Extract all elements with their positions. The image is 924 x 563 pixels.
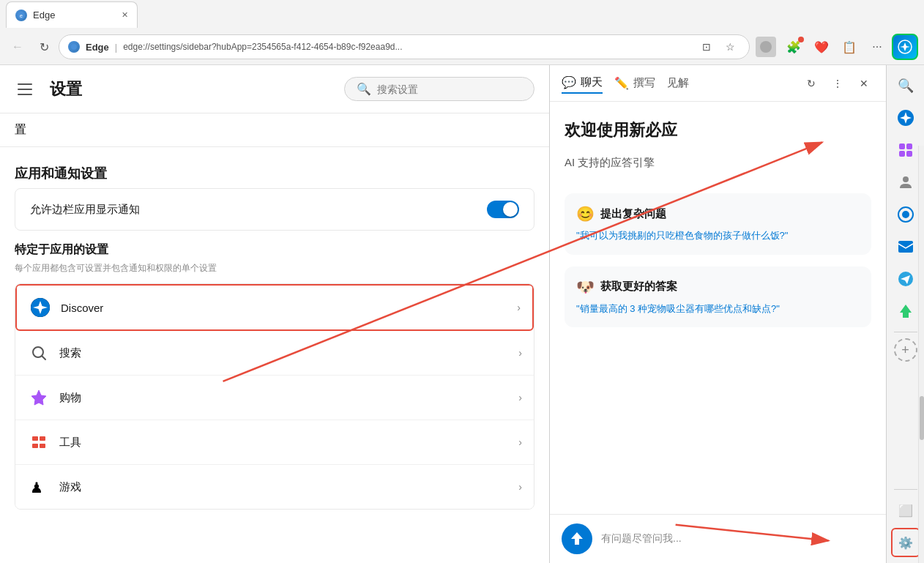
split-tab-button[interactable]: ⊡ (696, 37, 717, 57)
search-box[interactable]: 🔍 (344, 77, 534, 101)
bing-input-placeholder: 有问题尽管问我... (601, 532, 682, 545)
address-bar[interactable]: Edge | edge://settings/sidebar?hubApp=23… (59, 34, 750, 59)
app-item-games[interactable]: ♟ 游戏 › (15, 465, 534, 509)
sidebar-search-button[interactable]: 🔍 (891, 71, 920, 100)
collections-toolbar-button[interactable]: 📋 (836, 34, 862, 60)
svg-rect-24 (898, 241, 913, 253)
sidebar-copilot-button[interactable] (891, 200, 920, 229)
bing-more-button[interactable]: ⋮ (827, 73, 848, 94)
games-app-icon: ♟ (27, 475, 51, 499)
bing-input-area: 有问题尽管问我... (550, 514, 886, 563)
extensions-button[interactable]: 🧩 (780, 34, 807, 60)
card-2-title: 获取更好的答案 (600, 280, 677, 294)
app-item-shopping[interactable]: 购物 › (15, 376, 534, 420)
card-2-header: 🐶 获取更好的答案 (576, 278, 860, 296)
menu-icon[interactable] (15, 78, 38, 101)
svg-rect-19 (899, 151, 905, 157)
svg-line-9 (42, 357, 46, 360)
address-separator: | (115, 42, 117, 53)
bing-sidebar: 💬 聊天 ✏️ 撰写 见解 ↻ ⋮ ✕ 欢迎使用新必应 AI 支持的应答引擎 (549, 65, 886, 563)
profile-button[interactable] (753, 34, 779, 60)
tab-favicon: e (15, 10, 27, 21)
svg-point-21 (903, 176, 909, 182)
back-button[interactable]: ← (6, 35, 29, 59)
bing-tab-insights[interactable]: 见解 (667, 72, 689, 94)
svg-marker-10 (31, 390, 46, 405)
tab-close-button[interactable]: ✕ (122, 10, 128, 20)
address-favicon (68, 41, 80, 53)
favorites-toolbar-button[interactable]: ❤️ (808, 34, 835, 60)
shopping-app-icon (27, 386, 51, 409)
discover-icon (29, 296, 52, 319)
card-2-emoji: 🐶 (576, 278, 595, 296)
bing-header-actions: ↻ ⋮ ✕ (801, 73, 874, 94)
bing-header: 💬 聊天 ✏️ 撰写 见解 ↻ ⋮ ✕ (550, 65, 886, 102)
sidebar-bottom-separator (894, 489, 917, 490)
apps-section-title: 特定于应用的设置 (15, 242, 534, 258)
toggle-thumb (503, 202, 518, 217)
bing-close-button[interactable]: ✕ (854, 73, 874, 94)
tools-app-name: 工具 (59, 436, 510, 450)
sidebar-tree-button[interactable] (891, 297, 920, 326)
settings-header: 设置 🔍 (0, 65, 549, 113)
card-2-link[interactable]: "销量最高的 3 种宠物吸尘器有哪些优点和缺点?" (576, 302, 860, 316)
settings-top-section: 置 (0, 113, 549, 147)
bing-card-2[interactable]: 🐶 获取更好的答案 "销量最高的 3 种宠物吸尘器有哪些优点和缺点?" (565, 266, 871, 328)
compose-tab-label: 撰写 (633, 76, 655, 90)
bing-send-button[interactable] (562, 523, 592, 554)
notifications-toggle[interactable] (487, 201, 519, 218)
address-bar-icons: ⊡ ☆ (696, 37, 740, 57)
active-tab[interactable]: e Edge ✕ (6, 1, 138, 28)
app-item-discover[interactable]: Discover › (15, 284, 534, 331)
menu-line-2 (18, 89, 32, 90)
sidebar-outlook-button[interactable] (891, 232, 920, 261)
shopping-app-name: 购物 (59, 391, 510, 405)
card-1-link[interactable]: "我可以为我挑剔的只吃橙色食物的孩子做什么饭?" (576, 228, 860, 243)
settings-panel: 设置 🔍 置 应用和通知设置 允许边栏应用显示通知 特定于应用的设置 (0, 65, 549, 563)
notifications-toggle-row: 允许边栏应用显示通知 (15, 188, 534, 231)
menu-line-1 (18, 83, 32, 85)
card-1-emoji: 😊 (576, 205, 595, 223)
sidebar-profile-button[interactable] (891, 168, 920, 197)
sidebar-discover-button[interactable] (891, 103, 920, 133)
sidebar-separator (894, 332, 917, 332)
svg-marker-26 (900, 305, 912, 318)
browser-chrome: e Edge ✕ ← ↻ Edge | edge://settings/side… (0, 0, 924, 65)
sidebar-collections-button[interactable] (891, 135, 920, 165)
sidebar-settings-button[interactable]: ⚙️ (891, 528, 920, 557)
apps-section-subtitle: 每个应用都包含可设置并包含通知和权限的单个设置 (15, 262, 534, 275)
address-url: edge://settings/sidebar?hubApp=2354565a-… (123, 42, 690, 52)
svg-rect-11 (32, 436, 38, 441)
address-site-name: Edge (86, 42, 109, 53)
search-app-icon (27, 341, 51, 365)
favorites-button[interactable]: ☆ (720, 37, 740, 57)
refresh-button[interactable]: ↻ (32, 35, 56, 59)
toolbar-icons: 🧩 ❤️ 📋 ··· (753, 34, 918, 60)
bing-refresh-button[interactable]: ↻ (801, 73, 821, 94)
bing-tab-compose[interactable]: ✏️ 撰写 (614, 72, 655, 94)
more-options-button[interactable]: ··· (864, 34, 890, 60)
tools-app-icon (27, 430, 51, 454)
search-app-name: 搜索 (59, 346, 510, 360)
chat-tab-label: 聊天 (581, 75, 603, 89)
search-input[interactable] (377, 83, 522, 95)
bing-welcome-title: 欢迎使用新必应 (565, 119, 871, 141)
bing-discover-button[interactable] (892, 34, 918, 60)
compose-tab-icon: ✏️ (614, 76, 629, 90)
card-1-title: 提出复杂问题 (600, 207, 666, 221)
sidebar-telegram-button[interactable] (891, 264, 920, 294)
discover-app-name: Discover (61, 302, 508, 314)
games-chevron: › (518, 481, 522, 493)
bing-card-1[interactable]: 😊 提出复杂问题 "我可以为我挑剔的只吃橙色食物的孩子做什么饭?" (565, 193, 871, 255)
bing-content: 欢迎使用新必应 AI 支持的应答引擎 😊 提出复杂问题 "我可以为我挑剔的只吃橙… (550, 102, 886, 514)
sidebar-add-button[interactable]: + (894, 338, 917, 362)
app-item-search[interactable]: 搜索 › (15, 331, 534, 376)
notification-dot (798, 37, 804, 42)
games-app-name: 游戏 (59, 480, 510, 494)
sidebar-layout-button[interactable]: ⬜ (891, 496, 920, 525)
svg-rect-14 (40, 444, 45, 448)
discover-chevron: › (517, 302, 521, 313)
bing-tab-chat[interactable]: 💬 聊天 (562, 72, 603, 94)
app-item-tools[interactable]: 工具 › (15, 420, 534, 465)
insights-tab-label: 见解 (667, 76, 689, 90)
